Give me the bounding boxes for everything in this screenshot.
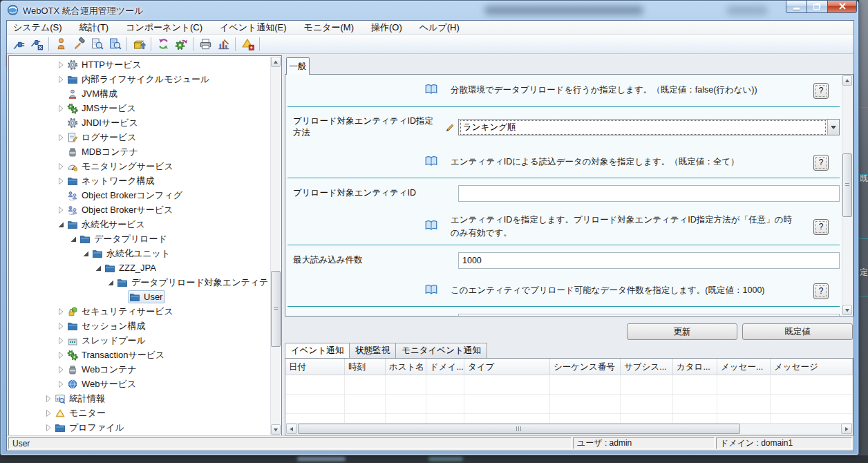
tree-item-objectbroker-config[interactable]: Object Brokerコンフィグ (9, 188, 270, 202)
stop-process-icon[interactable] (52, 36, 70, 53)
help-button[interactable]: ? (813, 283, 829, 299)
tree-item-session-config[interactable]: セッション構成 (9, 319, 270, 333)
expand-collapsed-icon[interactable] (56, 75, 66, 84)
tree-item-jvm-config[interactable]: JVM構成 (9, 86, 270, 101)
tree-item-data-preload[interactable]: データプリロード (9, 232, 270, 246)
tab-monitor-event-notification[interactable]: モニタイベント通知 (396, 343, 487, 359)
menu-statistics[interactable]: 統計(T) (77, 21, 111, 35)
max-read-count-input[interactable] (458, 252, 840, 269)
scroll-down-button[interactable] (271, 424, 281, 435)
help-button[interactable]: ? (813, 219, 829, 235)
default-button[interactable]: 既定値 (742, 323, 853, 340)
scrollbar-thumb[interactable] (298, 424, 740, 434)
tree-item-lifecycle-module[interactable]: 内部ライフサイクルモジュール (9, 72, 270, 86)
connect-icon[interactable] (10, 36, 28, 53)
chart-icon[interactable] (214, 36, 232, 53)
preload-entity-id-input[interactable] (458, 185, 840, 202)
tab-status-monitoring[interactable]: 状態監視 (350, 343, 396, 359)
expand-collapsed-icon[interactable] (56, 350, 66, 360)
form-scrollbar[interactable] (842, 75, 852, 315)
expand-collapsed-icon[interactable] (56, 176, 66, 186)
menu-event-notification[interactable]: イベント通知(E) (218, 21, 289, 35)
expand-collapsed-icon[interactable] (56, 104, 66, 113)
expand-collapsed-icon[interactable] (56, 336, 66, 346)
restore-button[interactable] (807, 1, 828, 13)
column-header-time[interactable]: 時刻 (345, 359, 386, 375)
tree-item-transaction-service[interactable]: Transactionサービス (9, 348, 270, 362)
expand-collapsed-icon[interactable] (56, 307, 66, 316)
scroll-up-button[interactable] (842, 75, 852, 86)
tree-item-objectbroker-service[interactable]: Object Brokerサービス (9, 202, 270, 217)
expand-expanded-icon[interactable] (56, 220, 66, 229)
refresh-icon[interactable] (154, 36, 172, 53)
scroll-down-button[interactable] (842, 305, 852, 315)
scrollbar-thumb[interactable] (271, 271, 281, 347)
title-bar[interactable]: WebOTX 統合運用管理ツール (1, 1, 858, 20)
preload-id-method-combobox[interactable]: ランキング順 (458, 119, 840, 135)
expand-collapsed-icon[interactable] (44, 423, 53, 433)
expand-collapsed-icon[interactable] (56, 205, 66, 215)
expand-collapsed-icon[interactable] (44, 408, 53, 418)
tree-item-zzz-jpa[interactable]: ZZZ_JPA (9, 261, 270, 275)
view-document-blue-icon[interactable] (106, 36, 124, 53)
tree-item-jms-service[interactable]: JMSサービス (9, 101, 270, 115)
tree-scrollbar[interactable] (270, 57, 281, 435)
column-header-subsystem[interactable]: サブシス... (621, 359, 673, 375)
tree-item-http-service[interactable]: HTTPサービス (9, 57, 270, 72)
expand-collapsed-icon[interactable] (44, 394, 53, 404)
menu-help[interactable]: ヘルプ(H) (417, 21, 462, 35)
expand-collapsed-icon[interactable] (56, 365, 66, 375)
column-header-type[interactable]: タイプ (464, 359, 550, 375)
expand-expanded-icon[interactable] (106, 278, 115, 287)
expand-expanded-icon[interactable] (81, 249, 91, 258)
column-header-catalog[interactable]: カタロ... (673, 359, 717, 375)
tree-item-persistence-service[interactable]: 永続化サービス (9, 217, 270, 232)
tree-item-web-service[interactable]: Webサービス (9, 377, 270, 391)
tab-event-notification[interactable]: イベント通知 (285, 343, 350, 359)
tree-item-network-config[interactable]: ネットワーク構成 (9, 173, 270, 188)
column-header-message[interactable]: メッセージ (771, 359, 853, 375)
expand-expanded-icon[interactable] (68, 234, 78, 244)
view-document-icon[interactable] (88, 36, 106, 53)
minimize-button[interactable] (786, 1, 807, 13)
tab-general[interactable]: 一般 (286, 57, 310, 75)
scrollbar-thumb[interactable] (842, 153, 852, 217)
tree-item-security-service[interactable]: セキュリティサービス (9, 304, 270, 319)
expand-expanded-icon[interactable] (93, 263, 103, 273)
menu-component[interactable]: コンポーネント(C) (124, 21, 205, 35)
tree-item-monitor[interactable]: モニター (9, 406, 270, 420)
deploy-package-icon[interactable] (130, 36, 148, 53)
expand-collapsed-icon[interactable] (56, 379, 66, 389)
build-hammer-icon[interactable] (70, 36, 88, 53)
update-button[interactable]: 更新 (627, 323, 737, 340)
alert-icon[interactable] (238, 36, 256, 53)
combobox-dropdown-button[interactable] (827, 120, 839, 135)
tree-item-user[interactable]: User (9, 290, 270, 304)
disconnect-icon[interactable] (28, 36, 46, 53)
expand-collapsed-icon[interactable] (56, 162, 66, 171)
tree-item-log-service[interactable]: ログサービス (9, 130, 270, 144)
close-button[interactable] (828, 1, 857, 13)
tree-item-preload-target-entity[interactable]: データプリロード対象エンティティ (9, 275, 270, 290)
tree-item-statistics-info[interactable]: 統計情報 (9, 391, 270, 406)
menu-operation[interactable]: 操作(O) (369, 21, 404, 35)
tree-item-thread-pool[interactable]: スレッドプール (9, 333, 270, 348)
tree-item-web-container[interactable]: Webコンテナ (9, 362, 270, 377)
menu-system[interactable]: システム(S) (11, 21, 64, 35)
delay-threshold-input[interactable] (458, 314, 840, 316)
tree-item-monitoring-service[interactable]: モニタリングサービス (9, 159, 270, 173)
column-header-date[interactable]: 日付 (285, 359, 345, 375)
column-header-sequence[interactable]: シーケンス番号 (550, 359, 621, 375)
sync-gear-icon[interactable] (172, 36, 190, 53)
help-button[interactable]: ? (813, 155, 829, 171)
menu-monitor[interactable]: モニター(M) (302, 21, 356, 35)
column-header-domain[interactable]: ドメイ... (426, 359, 464, 375)
tree-item-profile[interactable]: プロファイル (9, 420, 270, 435)
scroll-up-button[interactable] (271, 57, 281, 67)
expand-collapsed-icon[interactable] (56, 60, 66, 70)
tree-item-persistence-unit[interactable]: 永続化ユニット (9, 246, 270, 261)
tree-item-jndi-service[interactable]: JNDIサービス (9, 115, 270, 130)
scroll-left-button[interactable] (286, 424, 297, 434)
column-header-message-id[interactable]: メッセー... (717, 359, 771, 375)
help-button[interactable]: ? (813, 83, 829, 99)
